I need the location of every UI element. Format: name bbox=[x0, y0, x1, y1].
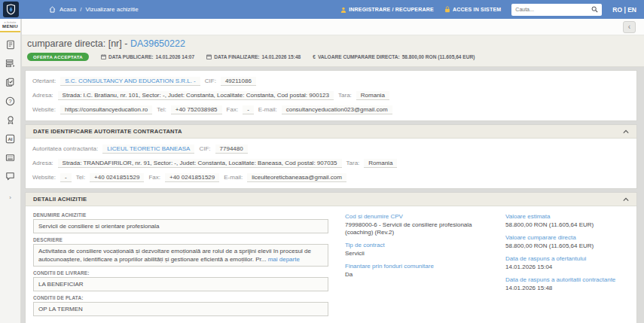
contract-type-value: Servicii bbox=[345, 250, 484, 257]
sidebar-item-publications[interactable] bbox=[5, 39, 16, 50]
sidebar-item-ai[interactable]: AI bbox=[5, 133, 16, 144]
main-content: ‹ cumparare directa: [nr] - DA39650222 O… bbox=[22, 19, 644, 323]
autoritate-row-address: Adresa: Strada: TRANDAFIRILOR, nr. 91, S… bbox=[32, 156, 630, 170]
app-logo[interactable] bbox=[3, 2, 19, 17]
authority-response-date-label: Data de raspuns a autoritatii contractan… bbox=[505, 276, 644, 284]
sidebar-item-feedback[interactable] bbox=[5, 171, 16, 181]
funding-value: Da bbox=[345, 271, 484, 279]
sidebar-item-awards[interactable] bbox=[5, 114, 16, 125]
calendar-icon bbox=[101, 54, 106, 59]
ofertant-row-address: Adresa: Strada: I.C. Bratianu, nr. 101, … bbox=[32, 88, 630, 102]
ofertant-website-value: https://consultancyeducation.ro bbox=[60, 105, 152, 114]
ai-icon: AI bbox=[5, 134, 15, 144]
document-icon bbox=[6, 40, 15, 50]
sidebar-item-terminal[interactable] bbox=[5, 152, 16, 163]
ofertant-row-identity: Ofertant: S.C. CONSULTANCY AND EDUCATION… bbox=[32, 74, 630, 88]
autoritate-address-value: Strada: TRANDAFIRILOR, nr. 91, Sector: -… bbox=[58, 159, 342, 168]
finalize-date-label: DATA FINALIZARE: bbox=[214, 54, 259, 59]
autoritate-name-link[interactable]: LICEUL TEORETIC BANEASA bbox=[102, 145, 194, 154]
contract-type-label: Tip de contract bbox=[345, 242, 484, 249]
autoritate-country-label: Tara: bbox=[346, 160, 360, 166]
sidebar-menu-label: MENIU bbox=[0, 24, 20, 29]
user-icon bbox=[340, 7, 346, 13]
autoritate-address-label: Adresa: bbox=[32, 160, 53, 166]
topbar-right-group: INREGISTRARE / RECUPERARE ACCES IN SISTE… bbox=[340, 4, 644, 16]
award-icon bbox=[6, 115, 15, 125]
app-window: Acasa / Vizualizare achizitie INREGISTRA… bbox=[0, 0, 644, 323]
ofertant-phone-label: Tel: bbox=[157, 106, 166, 113]
page-title-text: cumparare directa: [nr] - bbox=[27, 38, 127, 49]
clipboard-check-icon bbox=[5, 78, 15, 87]
publish-date-label: DATA PUBLICARE: bbox=[108, 54, 154, 59]
chevron-up-icon[interactable] bbox=[623, 130, 629, 134]
denumire-label: DENUMIRE ACHIZITIE bbox=[33, 212, 328, 218]
detalii-section-title: DETALII ACHIZITIE bbox=[33, 196, 87, 203]
sidebar-item-help[interactable]: ? bbox=[5, 96, 16, 106]
direct-purchase-value-amount: 58.800,00 RON (11.605,64 EUR) bbox=[402, 54, 475, 59]
ofertant-name-link[interactable]: S.C. CONSULTANCY AND EDUCATION S.R.L. - bbox=[60, 77, 200, 86]
ofertant-email-value: consultancyeducation023@gmail.com bbox=[282, 105, 392, 114]
procurement-number-link[interactable]: DA39650222 bbox=[130, 38, 185, 49]
page-header: cumparare directa: [nr] - DA39650222 OFE… bbox=[22, 35, 644, 67]
help-icon: ? bbox=[5, 96, 15, 106]
cpv-value: 79998000-6 - Servicii de consiliere prof… bbox=[345, 221, 484, 236]
sidebar-header: e-licitatie MENIU bbox=[0, 19, 20, 32]
autoritate-phone-value: +40 0241851529 bbox=[90, 173, 144, 182]
breadcrumb-home[interactable]: Acasa bbox=[60, 6, 76, 13]
autoritate-panel: DATE IDENTIFICARE AUTORITATE CONTRACTANT… bbox=[25, 124, 637, 189]
finalize-date-meta: DATA FINALIZARE: 14.01.2026 15:48 bbox=[206, 54, 301, 59]
autoritate-phone-label: Tel: bbox=[76, 174, 85, 181]
detalii-info-columns: Cod si denumire CPV 79998000-6 - Servici… bbox=[345, 212, 644, 316]
language-switcher[interactable]: RO | EN bbox=[612, 6, 636, 14]
cpv-label: Cod si denumire CPV bbox=[345, 213, 484, 221]
detalii-panel-body: DENUMIRE ACHIZITIE Servicii de consilier… bbox=[26, 206, 636, 323]
read-more-link[interactable]: mai departe bbox=[268, 256, 300, 263]
ofertant-website-label: Website: bbox=[32, 106, 56, 113]
bidder-response-date-value: 14.01.2026 15:04 bbox=[505, 264, 644, 271]
shield-icon bbox=[6, 4, 16, 15]
autoritate-section-title: DATE IDENTIFICARE AUTORITATE CONTRACTANT… bbox=[33, 128, 182, 135]
system-access-link[interactable]: ACCES IN SISTEM bbox=[444, 6, 501, 13]
ofertant-label: Ofertant: bbox=[32, 78, 56, 84]
livrare-field: LA BENEFICIAR bbox=[33, 277, 328, 291]
estimated-value-label: Valoare estimata bbox=[505, 213, 644, 221]
search-icon[interactable] bbox=[591, 6, 598, 13]
autoritate-fax-value: +40 0241851529 bbox=[165, 173, 219, 182]
collapse-panel-button[interactable]: ‹ bbox=[623, 21, 636, 33]
descriere-label: DESCRIERE bbox=[33, 237, 328, 242]
autoritate-cif-value: 7794480 bbox=[215, 145, 248, 154]
livrare-label: CONDITII DE LIVRARE: bbox=[33, 270, 328, 276]
authority-response-date-value: 14.01.2026 15:48 bbox=[505, 285, 644, 292]
breadcrumb-separator: / bbox=[80, 6, 81, 13]
autoritate-section-header[interactable]: DATE IDENTIFICARE AUTORITATE CONTRACTANT… bbox=[26, 125, 636, 139]
autoritate-fax-label: Fax: bbox=[148, 174, 160, 181]
breadcrumb-current: Vizualizare achizitie bbox=[85, 6, 138, 13]
ofertant-cif-value: 49211086 bbox=[221, 77, 256, 86]
finalize-date-value: 14.01.2026 15:48 bbox=[262, 54, 301, 59]
autoritate-panel-body: Autoritatea contractanta: LICEUL TEORETI… bbox=[26, 139, 636, 188]
detalii-section-header[interactable]: DETALII ACHIZITIE bbox=[26, 193, 636, 206]
register-recover-link[interactable]: INREGISTRARE / RECUPERARE bbox=[340, 7, 434, 13]
sidebar-item-procedures[interactable] bbox=[5, 58, 16, 69]
ofertant-fax-label: Fax: bbox=[227, 106, 239, 113]
autoritate-website-label: Website: bbox=[32, 174, 56, 181]
direct-purchase-value-label: VALOARE CUMPARARE DIRECTA: bbox=[318, 54, 400, 59]
estimated-value: 58.800,00 RON (11.605,64 EUR) bbox=[505, 221, 644, 229]
plata-label: CONDITII DE PLATA: bbox=[33, 295, 328, 300]
ofertant-row-contact: Website: https://consultancyeducation.ro… bbox=[32, 102, 630, 117]
sidebar-item-documents[interactable] bbox=[5, 77, 16, 87]
search-box[interactable] bbox=[511, 4, 602, 16]
svg-text:AI: AI bbox=[8, 136, 12, 141]
lock-icon bbox=[444, 6, 450, 13]
direct-purchase-value: 58.800,00 RON (11.605,64 EUR) bbox=[505, 242, 644, 250]
direct-purchase-value-meta: € VALOARE CUMPARARE DIRECTA: 58.800,00 R… bbox=[313, 54, 475, 59]
chevron-up-icon[interactable] bbox=[623, 197, 629, 202]
autoritate-cif-label: CIF: bbox=[199, 145, 210, 152]
sidebar-expand-chevron[interactable]: › bbox=[9, 194, 11, 201]
sidebar: e-licitatie MENIU bbox=[0, 19, 21, 323]
search-input[interactable] bbox=[515, 7, 591, 12]
breadcrumb: Acasa / Vizualizare achizitie bbox=[49, 6, 139, 13]
publish-date-value: 14.01.2026 14:07 bbox=[156, 54, 195, 59]
status-badge: OFERTA ACCEPTATA bbox=[27, 53, 89, 61]
direct-purchase-label: Valoare cumparare directa bbox=[505, 234, 644, 242]
